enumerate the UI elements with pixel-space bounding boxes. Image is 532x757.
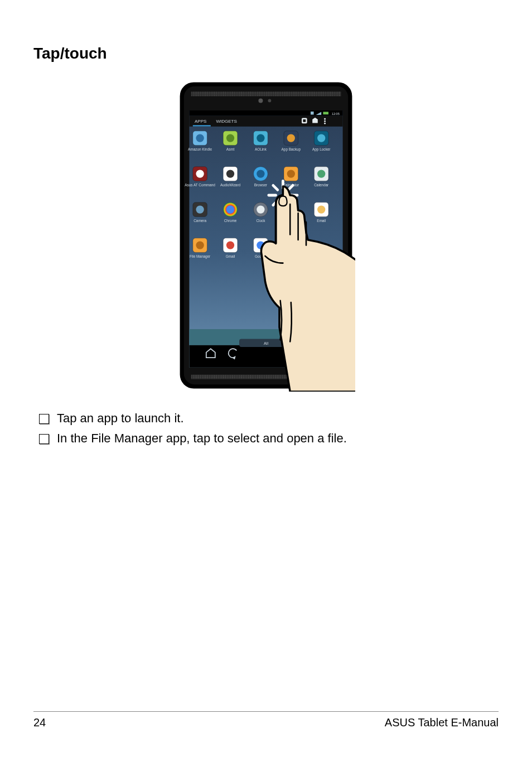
page-number: 24 (33, 716, 46, 729)
svg-point-36 (317, 170, 325, 177)
svg-point-18 (196, 134, 204, 142)
overflow-menu-icon[interactable] (324, 118, 326, 124)
svg-point-3 (258, 98, 263, 103)
tablet-svg: 12:05 APPS WIDGETS Amazon KindleAsmtAOLi… (177, 79, 355, 392)
browser-icon[interactable]: Browser (254, 167, 268, 187)
camera-label: Camera (194, 219, 206, 223)
chrome-icon[interactable]: Chrome (223, 202, 238, 223)
calendar-icon[interactable]: Calendar (314, 167, 329, 187)
asus-at-command-label: Asus AT Command (185, 183, 215, 187)
browser-label: Browser (254, 183, 268, 187)
app-locker-icon[interactable]: App Locker (312, 131, 331, 152)
bullet-box-icon (39, 434, 49, 444)
svg-point-15 (324, 120, 326, 122)
all-apps-pill[interactable]: All (264, 341, 268, 346)
svg-point-50 (226, 241, 234, 249)
svg-point-48 (196, 241, 204, 249)
svg-point-40 (226, 205, 234, 213)
apps-tab[interactable]: APPS (195, 119, 206, 124)
gesture-illustration: 12:05 APPS WIDGETS Amazon KindleAsmtAOLi… (33, 79, 499, 392)
svg-point-34 (287, 170, 295, 177)
aolink-icon[interactable]: AOLink (254, 131, 268, 151)
app-locker-label: App Locker (312, 147, 331, 152)
clock-label: Clock (256, 219, 265, 223)
email-label: Email (317, 219, 326, 223)
bullet-list: Tap an app to launch it. In the File Man… (33, 411, 499, 446)
svg-point-32 (257, 170, 264, 177)
svg-point-28 (196, 170, 204, 177)
widgets-tab[interactable]: WIDGETS (216, 119, 236, 124)
svg-rect-12 (193, 125, 211, 126)
camera-icon[interactable]: Camera (193, 202, 207, 223)
svg-rect-11 (189, 116, 342, 127)
chrome-label: Chrome (224, 219, 237, 223)
bullet-box-icon (39, 414, 49, 424)
svg-point-14 (324, 118, 326, 120)
amazon-kindle-label: Amazon Kindle (188, 147, 212, 151)
svg-rect-13 (303, 119, 306, 122)
aolink-label: AOLink (255, 147, 267, 151)
battery-icon (323, 112, 328, 114)
calculator-icon[interactable]: Calculator (283, 167, 299, 187)
audiowizard-label: AudioWizard (220, 183, 241, 187)
svg-point-4 (268, 99, 272, 103)
asmt-label: Asmt (226, 147, 235, 151)
status-time: 12:05 (332, 112, 340, 115)
bullet-item: In the File Manager app, tap to select a… (57, 431, 347, 446)
calendar-label: Calendar (314, 183, 329, 187)
svg-point-24 (287, 134, 295, 142)
svg-point-22 (257, 134, 264, 142)
svg-point-46 (317, 205, 325, 213)
file-manager-label: File Manager (190, 254, 211, 259)
network-icon (311, 112, 314, 115)
bullet-item: Tap an app to launch it. (57, 411, 184, 426)
app-backup-icon[interactable]: App Backup (282, 131, 301, 152)
section-heading: Tap/touch (33, 45, 499, 62)
audiowizard-icon[interactable]: AudioWizard (220, 167, 241, 187)
svg-point-30 (226, 170, 234, 177)
svg-point-38 (196, 205, 204, 213)
svg-rect-2 (191, 91, 341, 96)
manual-title: ASUS Tablet E-Manual (385, 716, 499, 729)
gmail-label: Gmail (226, 254, 235, 258)
svg-point-26 (317, 134, 325, 142)
svg-point-42 (257, 205, 264, 213)
app-backup-label: App Backup (282, 147, 301, 152)
svg-point-16 (324, 123, 326, 124)
svg-point-20 (226, 134, 234, 142)
